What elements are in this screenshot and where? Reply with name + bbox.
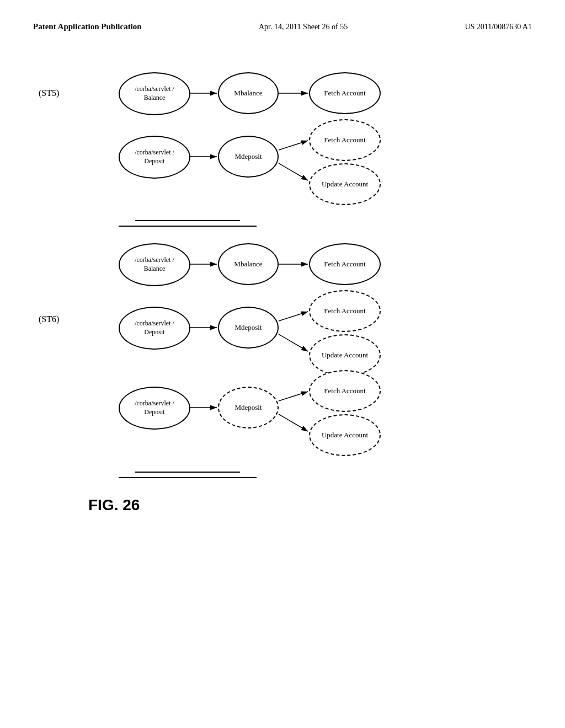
balance1-ellipse: /corba/servlet /Balance <box>119 72 190 115</box>
fetchaccount2-ellipse: Fetch Account <box>309 243 381 285</box>
fetchaccount1-ellipse: Fetch Account <box>309 72 381 114</box>
header-right: US 2011/0087630 A1 <box>465 23 532 31</box>
mdeposit2-ellipse: Mdeposit <box>218 307 279 349</box>
deposit2-label: /corba/servlet /Deposit <box>135 319 174 336</box>
deposit1-container: /corba/servlet /Deposit <box>119 135 190 179</box>
balance1-label: /corba/servlet /Balance <box>135 85 174 102</box>
mbalance2-container: Mbalance <box>218 243 279 286</box>
mdeposit3-label: Mdeposit <box>234 403 262 413</box>
fetchaccount1-label: Fetch Account <box>324 89 365 98</box>
fetchaccount2b-label: Fetch Account <box>324 307 365 316</box>
balance1-container: /corba/servlet /Balance <box>119 72 190 116</box>
fetchaccount2-container: Fetch Account <box>309 243 381 286</box>
mdeposit3-container: Mdeposit <box>218 386 279 429</box>
updateaccount3-ellipse: Update Account <box>309 414 381 456</box>
fetchaccount1b-container: Fetch Account <box>309 119 381 162</box>
header-center: Apr. 14, 2011 Sheet 26 of 55 <box>259 23 348 31</box>
svg-line-17 <box>279 414 308 431</box>
st5-separator <box>119 216 257 233</box>
mbalance2-ellipse: Mbalance <box>218 243 279 285</box>
svg-line-16 <box>279 392 308 401</box>
updateaccount3-container: Update Account <box>309 414 381 457</box>
fetchaccount2b-ellipse: Fetch Account <box>309 290 381 332</box>
deposit3-label: /corba/servlet /Deposit <box>135 399 174 416</box>
fetchaccount2b-container: Fetch Account <box>309 290 381 333</box>
deposit2-ellipse: /corba/servlet /Deposit <box>119 307 190 350</box>
page-header: Patent Application Publication Apr. 14, … <box>33 22 532 31</box>
deposit3-container: /corba/servlet /Deposit <box>119 386 190 430</box>
fig-label: FIG. 26 <box>88 496 140 514</box>
header-left: Patent Application Publication <box>33 22 142 31</box>
mdeposit1-ellipse: Mdeposit <box>218 136 279 178</box>
st5-label: (ST5) <box>39 88 59 98</box>
updateaccount3-label: Update Account <box>322 431 368 440</box>
fetchaccount1b-label: Fetch Account <box>324 136 365 145</box>
mdeposit1-label: Mdeposit <box>234 152 262 162</box>
fetchaccount3-label: Fetch Account <box>324 387 365 396</box>
updateaccount1-ellipse: Update Account <box>309 163 381 205</box>
deposit1-label: /corba/servlet /Deposit <box>135 148 174 165</box>
mdeposit1-container: Mdeposit <box>218 135 279 178</box>
fetchaccount3-ellipse: Fetch Account <box>309 370 381 412</box>
st6-label: (ST6) <box>39 314 59 324</box>
svg-line-13 <box>279 312 308 321</box>
st6-separator <box>119 468 257 484</box>
updateaccount1-label: Update Account <box>322 180 368 189</box>
fetchaccount1b-ellipse: Fetch Account <box>309 119 381 161</box>
balance2-ellipse: /corba/servlet /Balance <box>119 243 190 286</box>
svg-line-14 <box>279 334 308 351</box>
deposit3-ellipse: /corba/servlet /Deposit <box>119 387 190 430</box>
mdeposit2-container: Mdeposit <box>218 306 279 349</box>
updateaccount1-container: Update Account <box>309 163 381 206</box>
updateaccount2-label: Update Account <box>322 351 368 360</box>
mdeposit2-label: Mdeposit <box>234 323 262 333</box>
mbalance1-container: Mbalance <box>218 72 279 115</box>
arrows-overlay <box>33 61 532 684</box>
mbalance2-label: Mbalance <box>234 260 262 269</box>
mbalance1-label: Mbalance <box>234 89 262 98</box>
balance2-label: /corba/servlet /Balance <box>135 256 174 273</box>
svg-line-8 <box>279 141 308 150</box>
diagram-area: (ST5) (ST6) /corba/servlet /Balance Mbal… <box>33 61 532 684</box>
fetchaccount1-container: Fetch Account <box>309 72 381 115</box>
deposit1-ellipse: /corba/servlet /Deposit <box>119 136 190 179</box>
fetchaccount2-label: Fetch Account <box>324 260 365 269</box>
balance2-container: /corba/servlet /Balance <box>119 243 190 287</box>
deposit2-container: /corba/servlet /Deposit <box>119 306 190 350</box>
mbalance1-ellipse: Mbalance <box>218 72 279 114</box>
fetchaccount3-container: Fetch Account <box>309 370 381 413</box>
mdeposit3-ellipse: Mdeposit <box>218 387 279 429</box>
svg-line-9 <box>279 163 308 180</box>
